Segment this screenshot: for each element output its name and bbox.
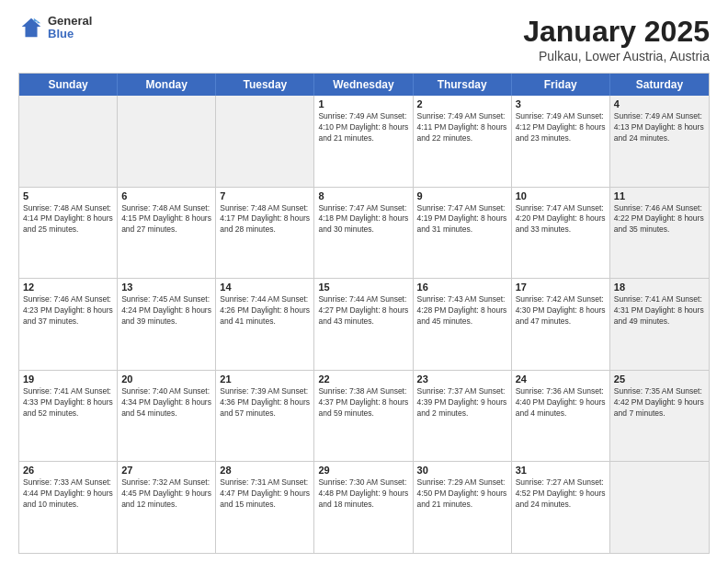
header-day-thursday: Thursday	[414, 74, 512, 96]
day-cell-30: 30Sunrise: 7:29 AM Sunset: 4:50 PM Dayli…	[414, 462, 512, 553]
header-day-monday: Monday	[118, 74, 216, 96]
day-info: Sunrise: 7:30 AM Sunset: 4:48 PM Dayligh…	[318, 477, 408, 511]
day-cell-8: 8Sunrise: 7:47 AM Sunset: 4:18 PM Daylig…	[314, 188, 413, 279]
day-info: Sunrise: 7:48 AM Sunset: 4:17 PM Dayligh…	[220, 203, 310, 236]
empty-cell	[610, 462, 709, 553]
day-info: Sunrise: 7:49 AM Sunset: 4:12 PM Dayligh…	[516, 111, 606, 144]
calendar-header-row: SundayMondayTuesdayWednesdayThursdayFrid…	[19, 74, 709, 96]
day-number: 4	[614, 98, 705, 109]
day-cell-1: 1Sunrise: 7:49 AM Sunset: 4:10 PM Daylig…	[314, 96, 413, 187]
day-info: Sunrise: 7:38 AM Sunset: 4:37 PM Dayligh…	[318, 386, 408, 419]
day-number: 19	[23, 373, 113, 385]
title-block: January 2025 Pulkau, Lower Austria, Aust…	[523, 15, 710, 63]
calendar: SundayMondayTuesdayWednesdayThursdayFrid…	[18, 73, 710, 554]
header-day-wednesday: Wednesday	[314, 74, 413, 96]
logo-general-label: General	[48, 15, 92, 28]
day-cell-5: 5Sunrise: 7:48 AM Sunset: 4:14 PM Daylig…	[19, 188, 118, 279]
day-number: 8	[318, 190, 408, 201]
day-info: Sunrise: 7:27 AM Sunset: 4:52 PM Dayligh…	[516, 477, 606, 511]
day-info: Sunrise: 7:44 AM Sunset: 4:26 PM Dayligh…	[220, 294, 310, 327]
day-cell-28: 28Sunrise: 7:31 AM Sunset: 4:47 PM Dayli…	[216, 462, 314, 553]
day-info: Sunrise: 7:46 AM Sunset: 4:23 PM Dayligh…	[23, 294, 113, 327]
day-cell-31: 31Sunrise: 7:27 AM Sunset: 4:52 PM Dayli…	[512, 462, 610, 553]
day-cell-20: 20Sunrise: 7:40 AM Sunset: 4:34 PM Dayli…	[118, 371, 216, 462]
empty-cell	[216, 96, 314, 187]
day-info: Sunrise: 7:49 AM Sunset: 4:13 PM Dayligh…	[614, 111, 705, 144]
day-cell-18: 18Sunrise: 7:41 AM Sunset: 4:31 PM Dayli…	[610, 279, 709, 370]
calendar-week-4: 19Sunrise: 7:41 AM Sunset: 4:33 PM Dayli…	[19, 371, 709, 463]
day-number: 25	[614, 373, 705, 385]
day-number: 27	[121, 465, 211, 476]
day-number: 16	[417, 282, 507, 293]
day-info: Sunrise: 7:31 AM Sunset: 4:47 PM Dayligh…	[220, 477, 310, 511]
day-number: 6	[121, 190, 211, 201]
day-cell-19: 19Sunrise: 7:41 AM Sunset: 4:33 PM Dayli…	[19, 371, 118, 462]
header-day-friday: Friday	[512, 74, 610, 96]
day-info: Sunrise: 7:33 AM Sunset: 4:44 PM Dayligh…	[23, 477, 113, 511]
day-number: 15	[318, 282, 408, 293]
header-day-tuesday: Tuesday	[216, 74, 314, 96]
day-number: 10	[516, 190, 606, 201]
day-cell-26: 26Sunrise: 7:33 AM Sunset: 4:44 PM Dayli…	[19, 462, 118, 553]
day-number: 12	[23, 282, 113, 293]
day-info: Sunrise: 7:42 AM Sunset: 4:30 PM Dayligh…	[516, 294, 606, 327]
logo-blue-label: Blue	[48, 28, 92, 40]
day-cell-3: 3Sunrise: 7:49 AM Sunset: 4:12 PM Daylig…	[512, 96, 610, 187]
day-info: Sunrise: 7:44 AM Sunset: 4:27 PM Dayligh…	[318, 294, 408, 327]
day-info: Sunrise: 7:43 AM Sunset: 4:28 PM Dayligh…	[417, 294, 507, 327]
day-number: 20	[121, 373, 211, 385]
day-info: Sunrise: 7:48 AM Sunset: 4:15 PM Dayligh…	[121, 203, 211, 236]
day-cell-11: 11Sunrise: 7:46 AM Sunset: 4:22 PM Dayli…	[610, 188, 709, 279]
day-cell-21: 21Sunrise: 7:39 AM Sunset: 4:36 PM Dayli…	[216, 371, 314, 462]
day-number: 5	[23, 190, 113, 201]
calendar-subtitle: Pulkau, Lower Austria, Austria	[523, 49, 710, 63]
day-number: 7	[220, 190, 310, 201]
day-cell-17: 17Sunrise: 7:42 AM Sunset: 4:30 PM Dayli…	[512, 279, 610, 370]
day-cell-2: 2Sunrise: 7:49 AM Sunset: 4:11 PM Daylig…	[414, 96, 512, 187]
day-info: Sunrise: 7:47 AM Sunset: 4:20 PM Dayligh…	[516, 203, 606, 236]
day-number: 17	[516, 282, 606, 293]
day-cell-25: 25Sunrise: 7:35 AM Sunset: 4:42 PM Dayli…	[610, 371, 709, 462]
day-cell-12: 12Sunrise: 7:46 AM Sunset: 4:23 PM Dayli…	[19, 279, 118, 370]
day-info: Sunrise: 7:32 AM Sunset: 4:45 PM Dayligh…	[121, 477, 211, 511]
day-info: Sunrise: 7:47 AM Sunset: 4:19 PM Dayligh…	[417, 203, 507, 236]
day-info: Sunrise: 7:47 AM Sunset: 4:18 PM Dayligh…	[318, 203, 408, 236]
logo: General Blue	[18, 15, 92, 41]
day-info: Sunrise: 7:35 AM Sunset: 4:42 PM Dayligh…	[614, 386, 705, 419]
day-info: Sunrise: 7:41 AM Sunset: 4:33 PM Dayligh…	[23, 386, 113, 419]
day-info: Sunrise: 7:29 AM Sunset: 4:50 PM Dayligh…	[417, 477, 507, 511]
day-number: 14	[220, 282, 310, 293]
day-cell-24: 24Sunrise: 7:36 AM Sunset: 4:40 PM Dayli…	[512, 371, 610, 462]
day-number: 24	[516, 373, 606, 385]
day-info: Sunrise: 7:46 AM Sunset: 4:22 PM Dayligh…	[614, 203, 705, 236]
day-number: 29	[318, 465, 408, 476]
day-cell-10: 10Sunrise: 7:47 AM Sunset: 4:20 PM Dayli…	[512, 188, 610, 279]
day-cell-4: 4Sunrise: 7:49 AM Sunset: 4:13 PM Daylig…	[610, 96, 709, 187]
day-info: Sunrise: 7:37 AM Sunset: 4:39 PM Dayligh…	[417, 386, 507, 419]
logo-text: General Blue	[48, 15, 92, 41]
calendar-week-1: 1Sunrise: 7:49 AM Sunset: 4:10 PM Daylig…	[19, 96, 709, 188]
calendar-week-3: 12Sunrise: 7:46 AM Sunset: 4:23 PM Dayli…	[19, 279, 709, 371]
day-cell-22: 22Sunrise: 7:38 AM Sunset: 4:37 PM Dayli…	[314, 371, 413, 462]
day-info: Sunrise: 7:41 AM Sunset: 4:31 PM Dayligh…	[614, 294, 705, 327]
day-cell-27: 27Sunrise: 7:32 AM Sunset: 4:45 PM Dayli…	[118, 462, 216, 553]
day-number: 26	[23, 465, 113, 476]
calendar-week-5: 26Sunrise: 7:33 AM Sunset: 4:44 PM Dayli…	[19, 462, 709, 553]
day-info: Sunrise: 7:48 AM Sunset: 4:14 PM Dayligh…	[23, 203, 113, 236]
svg-marker-0	[22, 18, 41, 38]
empty-cell	[118, 96, 216, 187]
day-info: Sunrise: 7:45 AM Sunset: 4:24 PM Dayligh…	[121, 294, 211, 327]
day-info: Sunrise: 7:49 AM Sunset: 4:11 PM Dayligh…	[417, 111, 507, 144]
day-number: 18	[614, 282, 705, 293]
day-number: 28	[220, 465, 310, 476]
day-cell-15: 15Sunrise: 7:44 AM Sunset: 4:27 PM Dayli…	[314, 279, 413, 370]
day-cell-7: 7Sunrise: 7:48 AM Sunset: 4:17 PM Daylig…	[216, 188, 314, 279]
day-info: Sunrise: 7:40 AM Sunset: 4:34 PM Dayligh…	[121, 386, 211, 419]
day-cell-16: 16Sunrise: 7:43 AM Sunset: 4:28 PM Dayli…	[414, 279, 512, 370]
day-number: 21	[220, 373, 310, 385]
day-number: 31	[516, 465, 606, 476]
day-number: 1	[318, 98, 408, 109]
day-number: 30	[417, 465, 507, 476]
day-number: 11	[614, 190, 705, 201]
day-cell-14: 14Sunrise: 7:44 AM Sunset: 4:26 PM Dayli…	[216, 279, 314, 370]
